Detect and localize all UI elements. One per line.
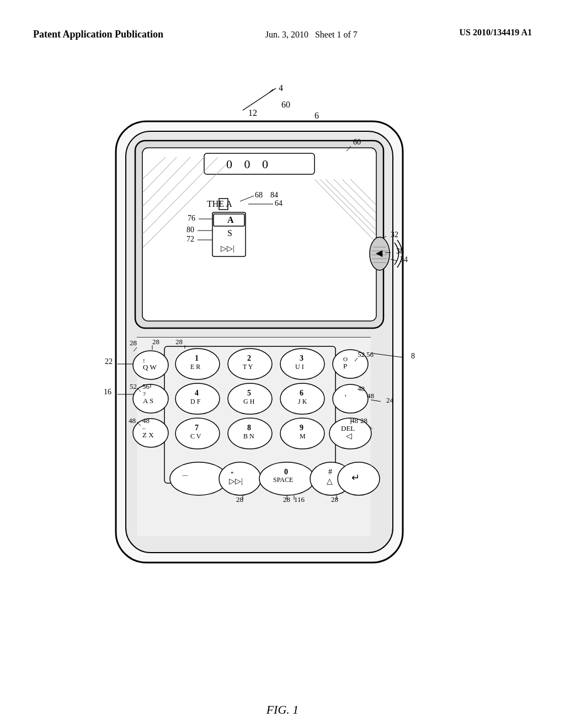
svg-text:0: 0 xyxy=(284,468,288,476)
svg-text:60: 60 xyxy=(281,100,290,109)
svg-text:1: 1 xyxy=(195,354,199,362)
svg-text:28: 28 xyxy=(360,416,367,425)
svg-text:◀: ◀ xyxy=(376,248,383,258)
svg-text:56: 56 xyxy=(366,350,374,358)
svg-text:32: 32 xyxy=(391,231,398,239)
svg-rect-9 xyxy=(142,148,376,321)
svg-text:28: 28 xyxy=(152,338,159,346)
svg-text:4: 4 xyxy=(279,83,283,93)
svg-text:48: 48 xyxy=(367,392,374,400)
svg-text:◁: ◁ xyxy=(346,432,352,440)
svg-text:24: 24 xyxy=(386,396,394,404)
svg-text:6: 6 xyxy=(300,389,303,397)
svg-text:U  I: U I xyxy=(295,363,304,371)
svg-text:Z  X: Z X xyxy=(142,431,154,439)
svg-text:28: 28 xyxy=(331,495,338,504)
svg-text:THE A: THE A xyxy=(207,199,232,208)
svg-text:A: A xyxy=(227,215,234,224)
svg-text:52: 52 xyxy=(130,382,137,390)
svg-text:A  S: A S xyxy=(143,397,153,405)
svg-text:22: 22 xyxy=(105,357,113,366)
svg-text:28: 28 xyxy=(236,495,243,504)
svg-text:48: 48 xyxy=(358,384,365,393)
svg-text:8: 8 xyxy=(247,424,251,432)
svg-text:△: △ xyxy=(327,477,333,485)
svg-text:▷▷|: ▷▷| xyxy=(221,244,234,253)
svg-text:2: 2 xyxy=(247,354,251,362)
svg-text:G  H: G H xyxy=(243,398,255,405)
svg-text:': ' xyxy=(345,394,347,402)
svg-text:84: 84 xyxy=(270,191,278,199)
svg-text:B  N: B N xyxy=(243,432,254,440)
svg-text:D  F: D F xyxy=(190,398,201,405)
publication-label: Patent Application Publication xyxy=(33,28,163,41)
svg-text:C  V: C V xyxy=(190,432,201,440)
svg-text:56: 56 xyxy=(142,382,150,390)
svg-text:7: 7 xyxy=(195,424,199,432)
svg-text:↵: ↵ xyxy=(351,472,360,483)
patent-number-label: US 2010/134419 A1 xyxy=(459,28,532,38)
svg-text:52: 52 xyxy=(358,350,365,358)
svg-text:0  0  0: 0 0 0 xyxy=(226,157,273,171)
svg-text:48: 48 xyxy=(351,416,358,425)
svg-text:60: 60 xyxy=(353,138,361,146)
svg-text:64: 64 xyxy=(275,199,282,207)
svg-text:E  R: E R xyxy=(190,363,200,371)
patent-drawing: 4 60 12 6 0 0 0 xyxy=(44,83,519,662)
svg-text:Q W: Q W xyxy=(143,363,157,371)
svg-text:28: 28 xyxy=(130,339,137,347)
svg-text:#: # xyxy=(328,468,332,476)
svg-text:9: 9 xyxy=(300,424,303,432)
svg-text:116: 116 xyxy=(294,495,305,504)
svg-text:12: 12 xyxy=(248,108,257,117)
svg-text:—: — xyxy=(182,472,189,478)
svg-text:6: 6 xyxy=(315,111,319,120)
svg-text:▷▷|: ▷▷| xyxy=(229,477,243,485)
svg-text:8: 8 xyxy=(411,352,415,360)
svg-text:M: M xyxy=(300,432,306,440)
svg-text:DEL: DEL xyxy=(341,424,355,432)
svg-text:4: 4 xyxy=(195,389,199,397)
svg-text:28: 28 xyxy=(175,338,183,346)
svg-text:68: 68 xyxy=(255,191,263,199)
header: Patent Application Publication Jun. 3, 2… xyxy=(0,28,565,42)
svg-text:P: P xyxy=(343,362,347,370)
svg-text:T  Y: T Y xyxy=(243,363,253,371)
svg-text:3: 3 xyxy=(300,354,303,362)
svg-text:76: 76 xyxy=(188,214,195,222)
svg-text:J  K: J K xyxy=(298,398,307,405)
svg-text:S: S xyxy=(227,228,232,238)
svg-text:80: 80 xyxy=(186,226,194,234)
svg-text:16: 16 xyxy=(104,388,111,396)
svg-text:72: 72 xyxy=(186,235,194,243)
svg-line-2 xyxy=(269,89,273,93)
svg-text:5: 5 xyxy=(247,389,251,397)
figure-label: FIG. 1 xyxy=(266,703,299,717)
svg-text:48: 48 xyxy=(142,416,150,425)
drawing-area: 4 60 12 6 0 0 0 xyxy=(44,83,519,662)
date-sheet-label: Jun. 3, 2010 Sheet 1 of 7 xyxy=(265,28,358,42)
page: Patent Application Publication Jun. 3, 2… xyxy=(0,0,565,728)
svg-text:SPACE: SPACE xyxy=(273,476,293,484)
svg-text:48: 48 xyxy=(129,416,136,425)
date-label: Jun. 3, 2010 Sheet 1 of 7 xyxy=(265,30,358,39)
svg-text:*: * xyxy=(231,470,234,477)
